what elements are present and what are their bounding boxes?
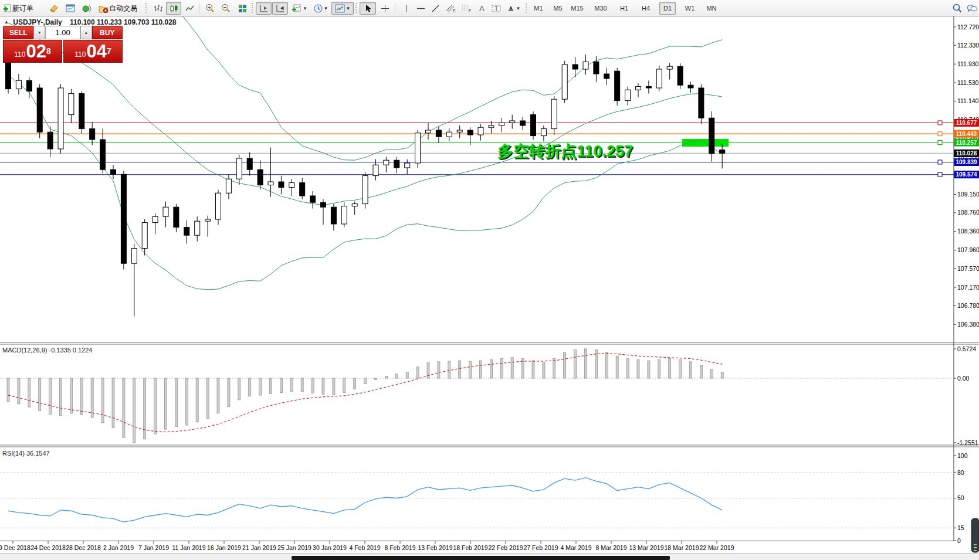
collapse-icon[interactable]: ▲ (4, 19, 9, 25)
candle-body (478, 127, 483, 135)
macd-bar (658, 359, 660, 378)
timeframe-M30[interactable]: M30 (592, 2, 609, 15)
zoom-out-icon[interactable] (218, 2, 233, 15)
line-chart-icon[interactable] (182, 2, 197, 15)
chevron-down-icon: ▼ (324, 6, 328, 11)
price-line-handle[interactable] (938, 132, 942, 136)
volume-increase-button[interactable]: ▲ (80, 26, 92, 39)
vertical-line-icon[interactable] (399, 2, 413, 15)
macd-bar (123, 378, 125, 437)
eraser-icon[interactable] (47, 2, 61, 15)
autotrade-icon[interactable] (96, 2, 110, 15)
buy-button[interactable]: BUY (92, 26, 123, 39)
volume-decrease-button[interactable]: ▼ (33, 26, 45, 39)
price-line-handle[interactable] (938, 172, 942, 177)
candle-chart-icon[interactable] (166, 2, 181, 15)
macd-bar (280, 378, 282, 393)
side-widget-dot (974, 544, 977, 545)
candle-body (258, 169, 263, 185)
timeframe-H4[interactable]: H4 (638, 2, 654, 15)
new-chart-button[interactable]: ▼ (289, 2, 310, 15)
price-tick-label: 111.530 (957, 79, 979, 86)
price-tick-label: 106.780 (957, 302, 979, 309)
buy-price-button[interactable]: 110 04 7 (63, 40, 123, 63)
macd-bar (585, 349, 587, 378)
candle-body (289, 183, 294, 188)
price-tag-label: 109.574 (956, 171, 977, 178)
macd-bar (364, 378, 367, 384)
macd-bar (70, 378, 72, 413)
price-line-handle[interactable] (938, 141, 942, 145)
sell-button[interactable]: SELL (3, 26, 33, 39)
macd-bar (416, 367, 419, 378)
price-line-handle[interactable] (938, 160, 942, 164)
price-tick-label: 107.960 (957, 246, 979, 253)
price-tick-label: 108.760 (957, 209, 979, 216)
candle-body (321, 202, 326, 207)
price-tick-label: 107.170 (957, 284, 979, 291)
timeframe-M15[interactable]: M15 (569, 2, 585, 15)
sell-price-button[interactable]: 110 02 8 (3, 40, 62, 63)
timeframe-M1[interactable]: M1 (530, 2, 547, 15)
timeframe-M5[interactable]: M5 (550, 2, 566, 15)
svg-text:E: E (453, 9, 456, 13)
timeframe-H1[interactable]: H1 (616, 2, 632, 15)
candle-body (300, 183, 305, 196)
price-line-handle[interactable] (938, 121, 942, 125)
macd-bar (165, 378, 167, 429)
price-tag-label: 110.443 (956, 131, 977, 137)
timeframe-MN[interactable]: MN (703, 2, 720, 15)
sound-icon[interactable] (80, 2, 94, 15)
text-label-icon[interactable]: T (489, 2, 504, 15)
candle-body (79, 94, 84, 129)
candle-body (604, 74, 609, 79)
macd-bar (700, 365, 702, 378)
macd-bar (322, 378, 324, 394)
timeframe-W1[interactable]: W1 (682, 2, 698, 15)
arrows-tool-button[interactable]: ▼ (504, 2, 523, 15)
volume-input[interactable]: 1.00 (45, 26, 80, 39)
bar-chart-icon[interactable] (150, 2, 165, 15)
indicators-button[interactable]: ▼ (331, 2, 354, 15)
profiles-button[interactable]: ▼ (311, 2, 331, 15)
macd-bar (154, 378, 157, 434)
market-watch-icon[interactable] (63, 2, 77, 15)
chat-icon[interactable] (965, 2, 979, 15)
auto-scroll-icon[interactable] (272, 2, 288, 15)
candle-body (573, 65, 578, 69)
candle-body (656, 69, 662, 88)
annotation-text[interactable]: 多空转折点110.257 (497, 142, 633, 160)
chart-shift-icon[interactable] (256, 2, 272, 15)
candle-body (583, 62, 588, 69)
macd-bar (228, 378, 230, 406)
date-label: 13 Mar 2019 (629, 544, 664, 551)
new-order-icon[interactable] (1, 2, 13, 15)
macd-bar (448, 361, 450, 378)
tile-windows-icon[interactable] (235, 2, 250, 15)
search-icon[interactable] (950, 2, 964, 15)
candle-body (58, 88, 63, 149)
text-icon[interactable]: A (475, 2, 489, 15)
cursor-icon[interactable] (360, 2, 376, 15)
trendline-icon[interactable] (428, 2, 442, 15)
candle-body (562, 65, 567, 99)
macd-bar (605, 352, 608, 378)
price-tag-label: 110.677 (956, 120, 977, 126)
date-label: 27 Feb 2019 (524, 544, 558, 551)
macd-bar (375, 378, 377, 380)
date-label: 30 Jan 2019 (313, 544, 347, 551)
horizontal-line-icon[interactable] (414, 2, 428, 15)
chart-area[interactable]: 112.720112.330111.930111.530111.140110.7… (0, 16, 979, 560)
crosshair-icon[interactable] (377, 2, 393, 15)
equidistant-channel-icon[interactable]: E (443, 2, 458, 15)
zoom-in-icon[interactable] (202, 2, 218, 15)
autotrade-button[interactable]: 自动交易 (109, 4, 137, 13)
candle-body (69, 94, 74, 115)
macd-bar (543, 363, 545, 378)
fibonacci-icon[interactable]: F (459, 2, 474, 15)
new-order-button[interactable]: 新订单 (12, 4, 33, 13)
timeframe-D1[interactable]: D1 (659, 2, 676, 15)
candle-body (121, 174, 126, 263)
macd-bar (490, 359, 492, 378)
bottom-black-bar (292, 556, 670, 560)
